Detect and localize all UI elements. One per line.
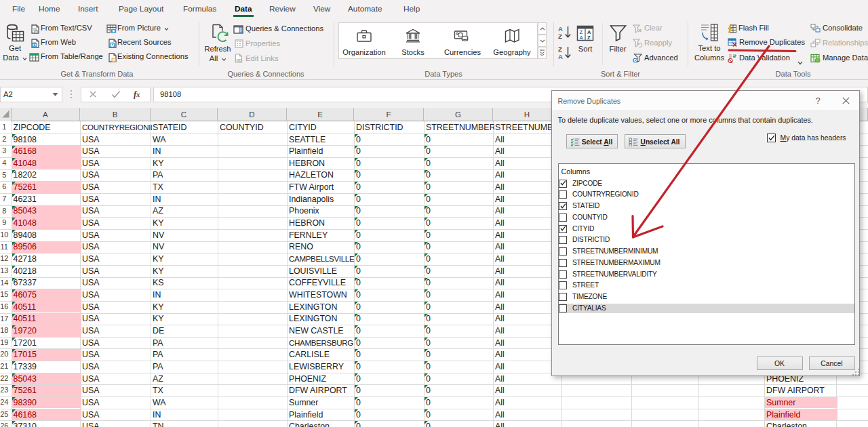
svg-text:Z: Z bbox=[558, 33, 562, 40]
svg-text:A: A bbox=[558, 25, 563, 33]
svg-text:Z: Z bbox=[558, 45, 562, 53]
svg-text:A: A bbox=[558, 53, 563, 60]
svg-text:Z: Z bbox=[587, 35, 591, 41]
svg-text:A: A bbox=[580, 35, 584, 41]
